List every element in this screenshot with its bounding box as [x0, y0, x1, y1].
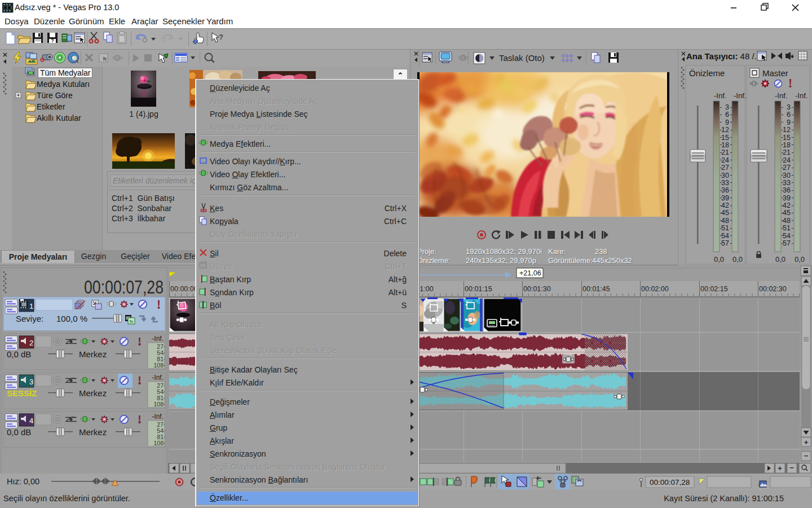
svg-text:27: 27 — [783, 164, 791, 172]
svg-text:Master: Master — [762, 68, 788, 78]
svg-text:00:02:00: 00:02:00 — [641, 285, 669, 293]
svg-text:Merkez: Merkez — [79, 388, 107, 398]
svg-text:-Inf.: -Inf. — [152, 335, 164, 343]
svg-text:Hız: 0,00: Hız: 0,00 — [7, 477, 39, 486]
svg-text:42: 42 — [783, 202, 791, 209]
svg-text:0,0 dB: 0,0 dB — [7, 349, 31, 359]
svg-text:108: 108 — [153, 440, 164, 446]
svg-text:12: 12 — [721, 126, 729, 134]
svg-text:57: 57 — [783, 239, 791, 247]
svg-text:00:02:30: 00:02:30 — [759, 285, 787, 293]
svg-text:3: 3 — [29, 378, 33, 386]
svg-text:33: 33 — [721, 179, 729, 187]
svg-text:39: 39 — [783, 194, 791, 202]
svg-text:00:01:45: 00:01:45 — [582, 285, 610, 293]
svg-text:Kayıt Süresi (2 Kanallı): 91:0: Kayıt Süresi (2 Kanallı): 91:00:15 — [664, 494, 784, 503]
svg-text:45: 45 — [783, 209, 791, 217]
svg-text:54: 54 — [721, 232, 729, 240]
svg-text:00:01:30: 00:01:30 — [523, 285, 551, 293]
svg-text:00:00:00: 00:00:00 — [170, 285, 198, 293]
svg-text:54: 54 — [783, 232, 791, 240]
svg-text:18: 18 — [783, 141, 791, 149]
svg-text:SESSİZ: SESSİZ — [7, 388, 37, 398]
svg-text:6: 6 — [787, 111, 791, 119]
svg-text:9: 9 — [725, 119, 729, 126]
svg-text:3: 3 — [725, 103, 729, 111]
svg-text:Seviye:: Seviye: — [16, 314, 43, 323]
svg-text:33: 33 — [783, 179, 791, 187]
svg-text:1: 1 — [29, 302, 33, 310]
svg-text:39: 39 — [721, 194, 729, 202]
svg-text:108: 108 — [153, 362, 164, 369]
svg-text:Taslak (Oto): Taslak (Oto) — [499, 53, 545, 63]
svg-text:00:02:15: 00:02:15 — [700, 285, 728, 293]
svg-text:30: 30 — [721, 172, 729, 179]
svg-text:36: 36 — [721, 186, 729, 194]
svg-text:0,0: 0,0 — [795, 255, 805, 264]
svg-text:+: + — [778, 464, 782, 472]
svg-text:?: ? — [219, 33, 223, 41]
svg-text:42: 42 — [721, 202, 729, 209]
svg-text:00:00:07,28: 00:00:07,28 — [84, 277, 164, 297]
svg-text:100,0 %: 100,0 % — [56, 314, 87, 323]
svg-text:45: 45 — [721, 209, 729, 217]
svg-text:6: 6 — [725, 111, 729, 119]
svg-text:?: ? — [51, 38, 54, 43]
svg-text:18: 18 — [721, 141, 729, 149]
svg-text:15: 15 — [783, 134, 791, 142]
svg-text:+21,06: +21,06 — [519, 269, 541, 277]
svg-text:-Inf.: -Inf. — [734, 91, 746, 100]
svg-text:48: 48 — [783, 217, 791, 225]
svg-text:+: + — [804, 438, 809, 446]
svg-text:24: 24 — [721, 156, 729, 164]
svg-text:Seçili olayın özelliklerini gö: Seçili olayın özelliklerini görüntüler. — [3, 494, 130, 503]
svg-text:-Inf.: -Inf. — [714, 91, 726, 100]
svg-text:0,0 dB: 0,0 dB — [7, 427, 31, 437]
svg-text:51: 51 — [783, 224, 791, 232]
svg-text:Ana Taşıyıcı: 48 /..: Ana Taşıyıcı: 48 /.. — [686, 51, 759, 61]
svg-text:-Inf.: -Inf. — [795, 91, 807, 100]
svg-text:3: 3 — [787, 103, 791, 111]
svg-text:21: 21 — [721, 148, 729, 156]
svg-text:0,0: 0,0 — [714, 255, 724, 264]
svg-text:57: 57 — [721, 239, 729, 247]
svg-text:51: 51 — [721, 224, 729, 232]
svg-text:21: 21 — [783, 148, 791, 156]
svg-text:-Inf.: -Inf. — [775, 91, 787, 100]
svg-text:2: 2 — [29, 339, 33, 347]
svg-text:Merkez: Merkez — [79, 427, 107, 437]
svg-text:0,0: 0,0 — [732, 255, 743, 264]
svg-text:36: 36 — [783, 186, 791, 194]
svg-text:15: 15 — [721, 134, 729, 142]
svg-text:48: 48 — [721, 217, 729, 225]
svg-text:00:00:07,28: 00:00:07,28 — [650, 478, 690, 487]
svg-text:12: 12 — [783, 126, 791, 134]
svg-text:Önizleme: Önizleme — [689, 68, 725, 78]
svg-text:4: 4 — [29, 417, 33, 425]
svg-text:0,0: 0,0 — [775, 255, 785, 264]
svg-text:-Inf.: -Inf. — [152, 374, 164, 382]
svg-text:−: − — [804, 452, 809, 460]
svg-text:30: 30 — [783, 172, 791, 179]
svg-text:-Inf.: -Inf. — [152, 413, 164, 421]
svg-text:27: 27 — [721, 164, 729, 172]
svg-text:fx: fx — [130, 319, 133, 324]
svg-text:24: 24 — [783, 156, 791, 164]
svg-text:−: − — [789, 463, 794, 472]
svg-text:108: 108 — [153, 401, 164, 408]
svg-text:9: 9 — [787, 119, 791, 126]
svg-text:Merkez: Merkez — [79, 349, 107, 359]
svg-text:00:01:15: 00:01:15 — [465, 285, 492, 293]
